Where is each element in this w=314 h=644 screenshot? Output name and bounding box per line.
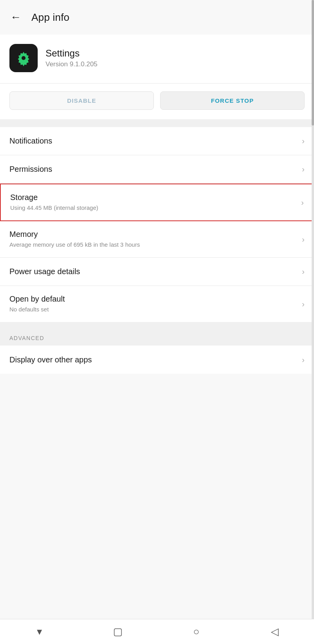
- nav-dropdown-button[interactable]: ▾: [27, 620, 51, 644]
- bottom-navigation: ▾ ▢ ○ ◁: [0, 619, 314, 644]
- memory-menu-item[interactable]: Memory Average memory use of 695 kB in t…: [0, 221, 314, 258]
- app-text-info: Settings Version 9.1.0.205: [46, 48, 97, 68]
- back-arrow-icon: ←: [10, 11, 21, 24]
- menu-section: Notifications › Permissions › Storage Us…: [0, 127, 314, 322]
- dropdown-icon: ▾: [37, 626, 42, 638]
- settings-gear-icon: [15, 49, 32, 67]
- home-icon: ○: [193, 626, 199, 638]
- notifications-title: Notifications: [9, 136, 52, 146]
- power-usage-content: Power usage details: [9, 267, 80, 276]
- section-divider: [0, 122, 314, 127]
- power-usage-title: Power usage details: [9, 267, 80, 276]
- display-over-other-apps-menu-item[interactable]: Display over other apps ›: [0, 346, 314, 374]
- scrollbar[interactable]: [312, 0, 314, 644]
- page-title: App info: [31, 11, 69, 24]
- storage-menu-item[interactable]: Storage Using 44.45 MB (internal storage…: [0, 184, 314, 221]
- display-over-other-apps-title: Display over other apps: [9, 355, 92, 364]
- force-stop-button[interactable]: FORCE STOP: [160, 91, 305, 110]
- permissions-chevron-icon: ›: [302, 165, 305, 174]
- open-by-default-chevron-icon: ›: [302, 300, 305, 309]
- display-over-other-apps-content: Display over other apps: [9, 355, 92, 364]
- advanced-menu-section: Display over other apps ›: [0, 346, 314, 374]
- section-divider-2: [0, 322, 314, 327]
- permissions-menu-item[interactable]: Permissions ›: [0, 155, 314, 184]
- storage-chevron-icon: ›: [301, 198, 304, 207]
- app-icon: [9, 44, 38, 72]
- app-version-label: Version 9.1.0.205: [46, 60, 97, 68]
- back-nav-icon: ◁: [271, 626, 279, 638]
- notifications-menu-item[interactable]: Notifications ›: [0, 127, 314, 155]
- memory-title: Memory: [9, 230, 140, 239]
- open-by-default-subtitle: No defaults set: [9, 305, 65, 313]
- recent-apps-icon: ▢: [113, 626, 123, 638]
- nav-recent-button[interactable]: ▢: [106, 620, 130, 644]
- nav-back-button[interactable]: ◁: [263, 620, 287, 644]
- open-by-default-title: Open by default: [9, 295, 65, 304]
- notifications-content: Notifications: [9, 136, 52, 146]
- advanced-label: ADVANCED: [9, 335, 44, 341]
- power-usage-menu-item[interactable]: Power usage details ›: [0, 258, 314, 286]
- power-usage-chevron-icon: ›: [302, 267, 305, 276]
- nav-home-button[interactable]: ○: [184, 620, 208, 644]
- storage-title: Storage: [10, 193, 98, 202]
- permissions-title: Permissions: [9, 165, 52, 174]
- scrollbar-thumb[interactable]: [312, 0, 314, 126]
- memory-content: Memory Average memory use of 695 kB in t…: [9, 230, 140, 249]
- display-over-other-apps-chevron-icon: ›: [302, 355, 305, 364]
- app-info-header: ← App info: [0, 0, 314, 35]
- memory-chevron-icon: ›: [302, 235, 305, 244]
- notifications-chevron-icon: ›: [302, 136, 305, 146]
- disable-button[interactable]: DISABLE: [9, 91, 154, 110]
- back-button[interactable]: ←: [6, 8, 25, 27]
- app-name-label: Settings: [46, 48, 97, 59]
- advanced-section-header: ADVANCED: [0, 327, 314, 346]
- svg-point-2: [22, 56, 26, 60]
- open-by-default-menu-item[interactable]: Open by default No defaults set ›: [0, 286, 314, 322]
- storage-subtitle: Using 44.45 MB (internal storage): [10, 204, 98, 212]
- storage-content: Storage Using 44.45 MB (internal storage…: [10, 193, 98, 212]
- permissions-content: Permissions: [9, 165, 52, 174]
- app-info-section: Settings Version 9.1.0.205: [0, 35, 314, 84]
- action-buttons-section: DISABLE FORCE STOP: [0, 84, 314, 122]
- open-by-default-content: Open by default No defaults set: [9, 295, 65, 313]
- memory-subtitle: Average memory use of 695 kB in the last…: [9, 240, 140, 249]
